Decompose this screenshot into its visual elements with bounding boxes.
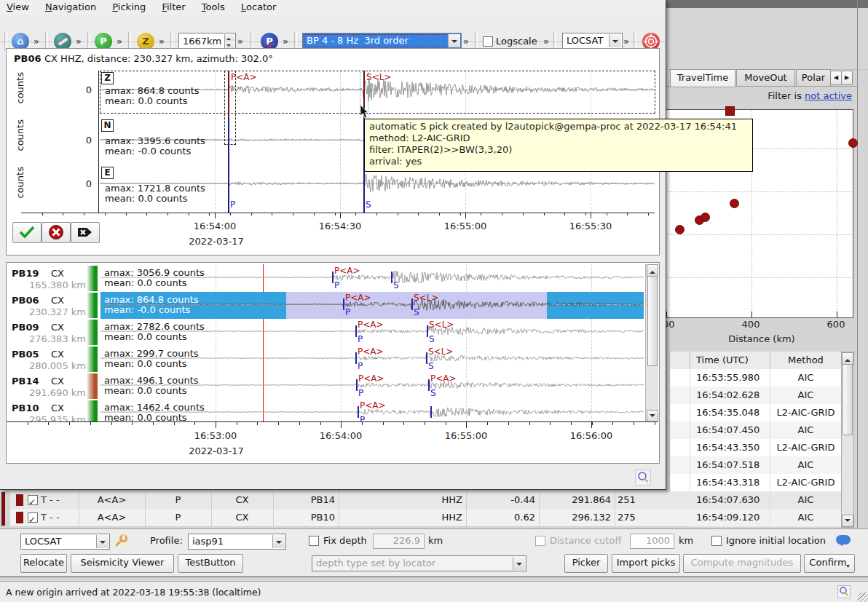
trace-row-pb14[interactable]: PB14CX291.690 km amax: 496.1 countsmean:… <box>7 373 644 400</box>
resize-grip[interactable] <box>858 593 868 602</box>
distance-cutoff-checkbox[interactable] <box>535 536 545 546</box>
trace-row-pb19[interactable]: PB19CX165.380 km amax: 3056.9 countsmean… <box>7 265 644 292</box>
accept-pick-button[interactable] <box>12 222 42 243</box>
arrival-time-cell[interactable]: 16:54:43.318 <box>690 474 770 491</box>
arrival-time-cell[interactable]: 16:53:55.980 <box>690 369 770 386</box>
arrival-row-pb14[interactable]: T - -A<A>PCXPB14HHZ-0.44291.864251 <box>10 491 690 510</box>
arrival-time-row[interactable]: 16:54:43.318L2-AIC-GRID <box>670 474 842 492</box>
arrival-method-cell[interactable]: AIC <box>770 456 842 473</box>
compute-magnitudes-button[interactable]: Compute magnitudes <box>683 554 801 573</box>
toolbar-overflow-icon[interactable]: » <box>159 36 165 47</box>
scroll-up-icon[interactable] <box>842 352 853 365</box>
arrival-time-row[interactable]: 16:54:07.630AIC <box>670 491 842 510</box>
test-button[interactable]: TestButton <box>178 554 243 573</box>
toolbar-overflow-icon[interactable]: » <box>33 36 39 47</box>
confirm-button[interactable]: Confirm▾ <box>804 554 855 573</box>
import-picks-button[interactable]: Import picks <box>612 554 680 573</box>
arrival-method-cell[interactable]: AIC <box>770 491 842 508</box>
arrival-time-row[interactable]: 16:54:43.350L2-AIC-GRID <box>670 439 842 457</box>
arrival-method-cell[interactable]: AIC <box>770 387 842 403</box>
arrival-used-checkbox[interactable] <box>28 495 38 505</box>
status-zoom-icon[interactable] <box>837 585 851 598</box>
traveltime-point[interactable] <box>675 225 684 234</box>
menu-filter[interactable]: Filter <box>155 0 192 14</box>
remove-forward-button[interactable] <box>71 222 100 243</box>
arrival-method-cell[interactable]: AIC <box>770 369 842 386</box>
relocate-button[interactable]: Relocate <box>20 554 67 573</box>
cutoff-input[interactable]: 1000 <box>630 534 674 549</box>
arrival-row-pb10[interactable]: T - -A<A>PCXPB10HHZ0.62296.132275 <box>10 509 690 527</box>
locator-settings-wrench-icon[interactable] <box>114 534 128 548</box>
traveltime-point[interactable] <box>730 199 739 208</box>
logscale-checkbox[interactable] <box>483 36 493 47</box>
arrival-time-row[interactable]: 16:54:02.628AIC <box>670 387 842 405</box>
reject-pick-button[interactable] <box>42 222 71 243</box>
arrival-time-row[interactable]: 16:53:55.980AIC <box>670 369 842 387</box>
trace-list-panel[interactable]: PB19CX165.380 km amax: 3056.9 countsmean… <box>6 262 660 464</box>
tab-moveout[interactable]: MoveOut <box>736 69 795 87</box>
depth-type-select[interactable]: depth type set by locator <box>312 555 526 571</box>
menu-locator[interactable]: Locator <box>234 0 283 14</box>
spin-up-icon[interactable] <box>224 34 234 41</box>
tab-polar[interactable]: Polar <box>796 69 831 87</box>
filter-select[interactable]: BP 4 - 8 Hz 3rd order <box>302 33 462 49</box>
scroll-down-icon[interactable] <box>842 515 853 527</box>
menu-picking[interactable]: Picking <box>106 0 152 14</box>
arrivals-table-scrollbar[interactable] <box>841 352 854 528</box>
arrival-method-cell[interactable]: AIC <box>770 509 842 526</box>
arrival-time-cell[interactable]: 16:54:02.628 <box>690 387 770 403</box>
fix-depth-checkbox[interactable] <box>309 536 319 546</box>
arrival-method-cell[interactable]: AIC <box>770 421 842 438</box>
arrival-time-row[interactable]: 16:54:07.450AIC <box>670 421 842 440</box>
arrival-time-cell[interactable]: 16:54:07.518 <box>690 456 770 473</box>
trace-list-scrollbar[interactable] <box>645 264 658 421</box>
tab-scroll-left-icon[interactable]: ◀ <box>830 71 842 85</box>
trace-row-pb05[interactable]: PB05CX280.005 km amax: 299.7 countsmean:… <box>7 346 644 373</box>
toolbar-overflow-icon[interactable]: » <box>463 36 469 47</box>
arrivals-table-right[interactable]: Time (UTC) Method 16:53:55.980AIC16:54:0… <box>669 352 842 527</box>
menu-navigation[interactable]: Navigation <box>39 0 103 14</box>
arrival-method-cell[interactable]: L2-AIC-GRID <box>770 439 842 456</box>
trace-row-pb10[interactable]: PB10CX295.935 km amax: 1462.4 countsmean… <box>7 400 644 421</box>
toolbar-overflow-icon[interactable]: » <box>543 36 549 47</box>
scrollbar-thumb[interactable] <box>647 276 658 366</box>
arrival-used-checkbox[interactable] <box>28 512 38 523</box>
arrival-time-cell[interactable]: 16:54:43.350 <box>690 439 770 456</box>
tab-traveltime[interactable]: TravelTime <box>670 69 735 87</box>
scroll-up-icon[interactable] <box>647 264 658 277</box>
arrival-time-cell[interactable]: 16:54:35.048 <box>690 404 770 421</box>
arrival-time-row[interactable]: 16:54:07.518AIC <box>670 456 842 475</box>
scroll-down-icon[interactable] <box>647 410 658 422</box>
toolbar-overflow-icon[interactable]: » <box>117 36 122 47</box>
tab-scroll-right-icon[interactable]: ▶ <box>841 71 853 85</box>
arrival-time-row[interactable]: 16:54:35.048L2-AIC-GRID <box>670 404 842 422</box>
seismicity-viewer-button[interactable]: Seismicity Viewer <box>71 554 174 573</box>
profile-select[interactable]: iasp91 <box>188 534 286 550</box>
menu-tools[interactable]: Tools <box>195 0 232 14</box>
arrival-method-cell[interactable]: L2-AIC-GRID <box>770 404 842 421</box>
picker-zoom-icon[interactable] <box>635 470 651 486</box>
col-header-time[interactable]: Time (UTC) <box>690 352 770 368</box>
depth-input[interactable]: 226.9 <box>373 534 425 549</box>
menu-view[interactable]: View <box>0 0 36 14</box>
arrival-method-cell[interactable]: L2-AIC-GRID <box>770 474 842 491</box>
toolbar-overflow-icon[interactable]: » <box>283 36 288 47</box>
trace-row-pb06-selected[interactable]: PB06CX230.327 km amax: 864.8 countsmean:… <box>7 292 644 319</box>
filter-not-active-link[interactable]: not active <box>805 90 852 101</box>
traveltime-square-point[interactable] <box>725 106 735 116</box>
picker-locator-select[interactable]: LOCSAT <box>562 33 623 49</box>
toolbar-overflow-icon[interactable]: » <box>237 36 243 47</box>
traveltime-point[interactable] <box>848 138 858 148</box>
arrival-time-row[interactable]: 16:54:09.120AIC <box>670 509 842 527</box>
picker-button[interactable]: Picker <box>564 554 608 573</box>
arrival-time-cell[interactable]: 16:54:07.450 <box>690 421 770 438</box>
arrival-time-cell[interactable]: 16:54:09.120 <box>690 509 770 526</box>
scrollbar-thumb[interactable] <box>843 364 853 435</box>
toolbar-overflow-icon[interactable]: » <box>76 36 82 47</box>
col-header-method[interactable]: Method <box>770 352 842 368</box>
trace-row-pb09[interactable]: PB09CX276.383 km amax: 2782.6 countsmean… <box>7 319 644 346</box>
ignore-initial-location-checkbox[interactable] <box>711 536 722 546</box>
locator-select[interactable]: LOCSAT <box>20 534 110 550</box>
toolbar-overflow-icon[interactable]: » <box>623 36 629 47</box>
arrival-time-cell[interactable]: 16:54:07.630 <box>690 491 770 508</box>
